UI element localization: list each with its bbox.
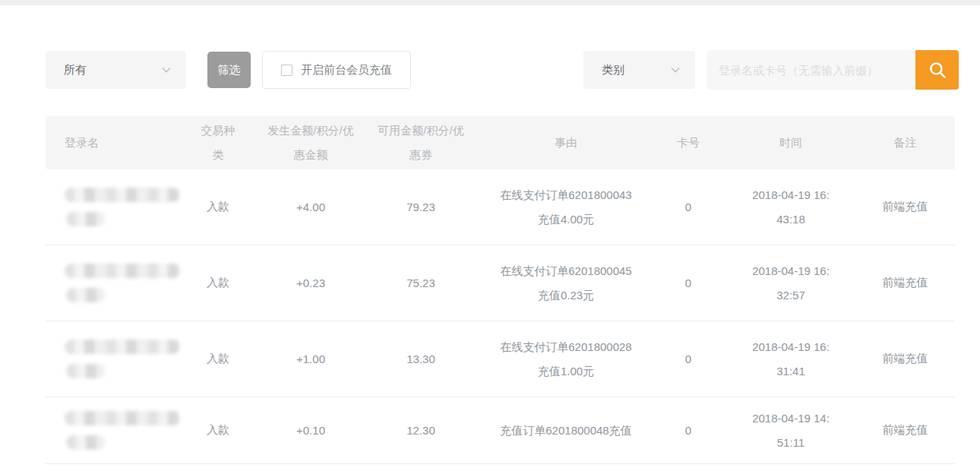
cell-note: 前端充值 [855,423,955,438]
front-desk-recharge-label: 开启前台会员充值 [301,63,392,77]
cell-note: 前端充值 [855,200,955,214]
magnifier-icon [928,60,947,80]
redaction-blur [66,435,106,450]
header-amount: 发生金额/积分/优 惠金额 [261,118,360,167]
search-button[interactable] [915,50,959,90]
redacted-login-name [65,411,175,450]
table-row: 入款 +0.10 12.30 充值订单6201800048充值 0 2018-0… [46,397,955,464]
cell-transaction-type: 入款 [175,352,261,366]
cell-amount: +1.00 [261,352,360,365]
cell-time: 2018-04-19 16: 43:18 [726,183,855,232]
transactions-table: 登录名 交易种 类 发生金额/积分/优 惠金额 可用金额/积分/优 惠券 事由 … [46,116,955,464]
cell-reason: 在线支付订单6201800045 充值0.23元 [482,259,650,308]
redaction-blur [65,411,180,425]
cell-transaction-type: 入款 [175,276,261,290]
cell-card-number: 0 [650,424,726,437]
cell-reason: 在线支付订单6201800043 充值4.00元 [482,183,650,232]
cell-note: 前端充值 [855,352,955,366]
category-select[interactable]: 类别 [583,51,695,89]
cell-transaction-type: 入款 [175,423,261,438]
cell-available: 12.30 [360,424,482,437]
top-divider-bar [0,0,980,5]
cell-amount: +0.10 [261,424,360,437]
front-desk-recharge-checkbox[interactable] [281,65,292,76]
table-row: 入款 +1.00 13.30 在线支付订单6201800028 充值1.00元 … [46,321,955,397]
filter-button[interactable]: 筛选 [207,52,251,88]
header-card-number: 卡号 [650,136,726,150]
redaction-blur [65,188,180,202]
redacted-login-name [65,264,175,302]
table-row: 入款 +4.00 79.23 在线支付订单6201800043 充值4.00元 … [46,169,955,245]
cell-amount: +0.23 [261,276,360,289]
redaction-blur [65,264,180,278]
header-login: 登录名 [46,136,175,150]
cell-amount: +4.00 [261,201,360,213]
header-note: 备注 [855,136,955,150]
cell-available: 79.23 [360,201,482,213]
cell-time: 2018-04-19 16: 32:57 [726,259,855,308]
cell-transaction-type: 入款 [175,200,261,214]
redaction-blur [66,212,106,226]
filter-bar: 所有 筛选 开启前台会员充值 类别 [46,50,959,90]
scope-select-value: 所有 [64,63,87,77]
redacted-login-name [65,188,175,226]
header-reason: 事由 [482,136,650,150]
search-input[interactable] [707,50,915,90]
cell-reason: 在线支付订单6201800028 充值1.00元 [482,335,650,384]
redaction-blur [65,340,180,354]
redaction-blur [66,288,106,302]
cell-available: 13.30 [360,352,482,365]
scope-select[interactable]: 所有 [46,51,186,89]
cell-card-number: 0 [650,276,726,289]
redaction-blur [66,364,106,378]
chevron-down-icon [669,64,681,76]
header-time: 时间 [726,136,855,150]
category-select-value: 类别 [602,63,624,77]
cell-time: 2018-04-19 14: 51:11 [726,406,855,455]
chevron-down-icon [160,64,172,76]
header-transaction-type: 交易种 类 [175,118,261,167]
cell-card-number: 0 [650,201,726,213]
table-header-row: 登录名 交易种 类 发生金额/积分/优 惠金额 可用金额/积分/优 惠券 事由 … [46,116,955,169]
header-available: 可用金额/积分/优 惠券 [360,118,482,167]
search-group [707,50,959,90]
table-row: 入款 +0.23 75.23 在线支付订单6201800045 充值0.23元 … [46,245,955,321]
cell-reason: 充值订单6201800048充值 [482,419,650,443]
cell-note: 前端充值 [855,276,955,290]
redacted-login-name [65,340,175,378]
cell-available: 75.23 [360,276,482,289]
cell-time: 2018-04-19 16: 31:41 [726,335,855,384]
cell-card-number: 0 [650,352,726,365]
front-desk-recharge-toggle[interactable]: 开启前台会员充值 [262,51,411,89]
